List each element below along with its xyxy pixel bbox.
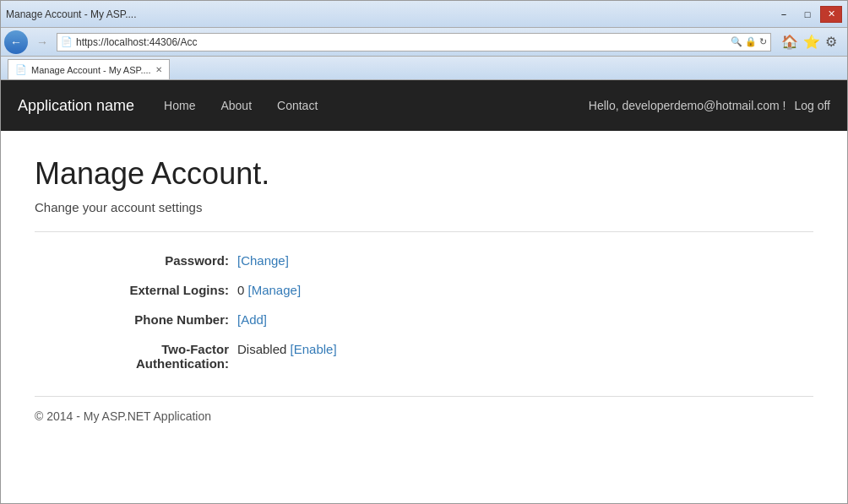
logoff-link[interactable]: Log off [794, 99, 830, 112]
toolbar-icons: 🏠 ⭐ ⚙ [775, 34, 844, 50]
external-logins-count: 0 [237, 283, 248, 297]
app-nav-links: Home About Contact [151, 80, 589, 131]
title-bar: Manage Account - My ASP.... − □ ✕ [1, 1, 847, 28]
two-factor-label: Two-Factor Authentication: [85, 342, 237, 371]
page-title: Manage Account. [35, 156, 813, 192]
address-bar[interactable]: 📄 https://localhost:44306/Acc 🔍 🔒 ↻ [57, 33, 771, 51]
app-brand[interactable]: Application name [18, 97, 134, 115]
external-logins-value: 0 [Manage] [237, 283, 301, 297]
app-navbar: Application name Home About Contact Hell… [1, 80, 847, 131]
close-button[interactable]: ✕ [820, 6, 842, 23]
settings-icon[interactable]: ⚙ [825, 34, 837, 50]
tab-icon: 📄 [15, 64, 27, 75]
nav-bar: ← → 📄 https://localhost:44306/Acc 🔍 🔒 ↻ … [1, 28, 847, 57]
tab-title: Manage Account - My ASP.... [31, 65, 151, 75]
main-content: Manage Account. Change your account sett… [1, 131, 847, 503]
two-factor-enable-link[interactable]: [Enable] [291, 342, 337, 356]
tab-bar: 📄 Manage Account - My ASP.... ✕ [1, 57, 847, 80]
page-subtitle: Change your account settings [35, 200, 813, 214]
top-divider [35, 231, 813, 232]
external-logins-label: External Logins: [85, 283, 237, 297]
nav-link-contact[interactable]: Contact [264, 80, 330, 131]
two-factor-label-line1: Two-Factor [161, 342, 229, 356]
phone-number-value: [Add] [237, 312, 267, 327]
minimize-button[interactable]: − [773, 6, 795, 23]
address-actions: 🔍 🔒 ↻ [731, 36, 767, 47]
nav-link-home[interactable]: Home [151, 80, 208, 131]
back-button[interactable]: ← [4, 30, 28, 54]
address-text: https://localhost:44306/Acc [76, 36, 727, 48]
user-greeting: Hello, developerdemo@hotmail.com ! [589, 99, 786, 112]
two-factor-value: Disabled [Enable] [237, 342, 337, 356]
nav-link-about[interactable]: About [208, 80, 264, 131]
settings-table: Password: [Change] External Logins: 0 [M… [85, 253, 813, 371]
tab-close-button[interactable]: ✕ [155, 65, 162, 74]
browser-window: Manage Account - My ASP.... − □ ✕ ← → 📄 … [0, 0, 848, 504]
password-change-link[interactable]: [Change] [237, 253, 289, 268]
footer-divider [35, 396, 813, 397]
app-nav-right: Hello, developerdemo@hotmail.com ! Log o… [589, 99, 830, 112]
window-controls[interactable]: − □ ✕ [773, 6, 842, 23]
password-label: Password: [85, 253, 237, 268]
active-tab[interactable]: 📄 Manage Account - My ASP.... ✕ [8, 59, 170, 79]
forward-button[interactable]: → [31, 32, 53, 52]
phone-add-link[interactable]: [Add] [237, 312, 267, 327]
phone-number-row: Phone Number: [Add] [85, 312, 813, 327]
footer: © 2014 - My ASP.NET Application [35, 409, 813, 423]
external-logins-manage-link[interactable]: [Manage] [248, 283, 302, 297]
title-bar-left: Manage Account - My ASP.... [6, 8, 137, 20]
password-row: Password: [Change] [85, 253, 813, 268]
phone-number-label: Phone Number: [85, 312, 237, 327]
maximize-button[interactable]: □ [796, 6, 818, 23]
password-value: [Change] [237, 253, 289, 268]
two-factor-row: Two-Factor Authentication: Disabled [Ena… [85, 342, 813, 371]
external-logins-row: External Logins: 0 [Manage] [85, 283, 813, 297]
two-factor-label-line2: Authentication: [136, 356, 229, 371]
favorites-icon[interactable]: ⭐ [803, 34, 820, 50]
browser-title: Manage Account - My ASP.... [6, 8, 137, 20]
address-page-icon: 📄 [61, 36, 73, 47]
home-icon[interactable]: 🏠 [781, 34, 798, 50]
two-factor-status: Disabled [237, 342, 291, 356]
